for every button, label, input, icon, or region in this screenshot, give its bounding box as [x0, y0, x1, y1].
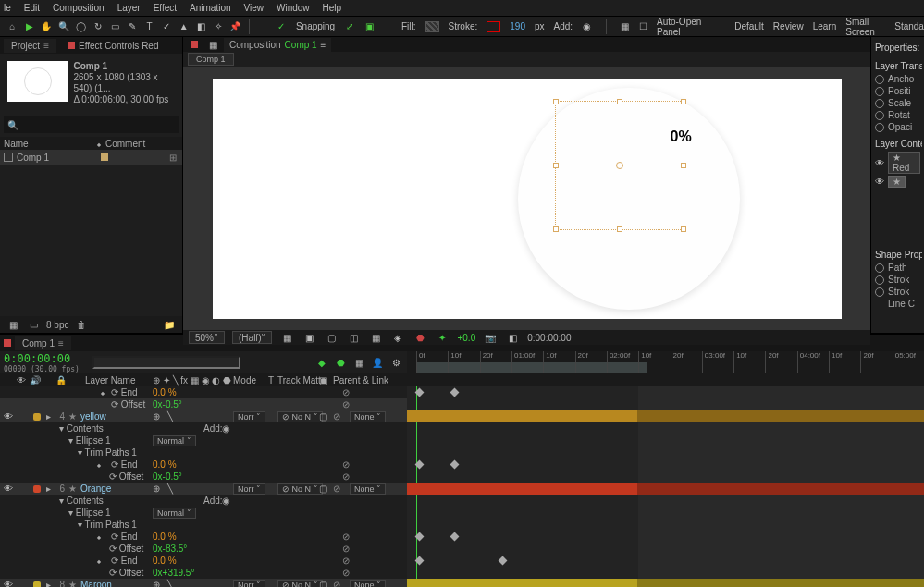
ruler-tick[interactable]: 10f	[733, 351, 765, 373]
keyframe[interactable]	[499, 556, 508, 566]
keyframe[interactable]	[415, 532, 425, 542]
bpc-label[interactable]: 8 bpc	[46, 320, 68, 330]
handle-mr[interactable]	[681, 163, 686, 168]
keyframe[interactable]	[415, 388, 425, 397]
label-swatch[interactable]	[33, 413, 41, 421]
ruler-tick[interactable]: 03:00f	[702, 351, 733, 373]
audio-column-icon[interactable]: 🔊	[30, 375, 41, 385]
mode-dropdown[interactable]: Norr ˅	[233, 411, 265, 422]
pen-icon[interactable]: ✎	[126, 19, 140, 34]
workspace-standard[interactable]: Standa	[894, 21, 924, 31]
comp-viewer-icon[interactable]: ▦	[205, 37, 220, 52]
prop-path[interactable]: Path	[873, 262, 922, 274]
lock-column-icon[interactable]: 🔒	[55, 375, 67, 385]
layer-transforms-section[interactable]: Layer Transfor	[873, 59, 922, 73]
ruler-tick[interactable]: 10f	[448, 351, 479, 373]
add-dropdown-icon[interactable]: ◉	[582, 19, 593, 34]
parent-dropdown[interactable]: None ˅	[350, 580, 386, 588]
prop-scale[interactable]: Scale	[873, 97, 922, 109]
ruler-tick[interactable]: 20f	[765, 351, 796, 373]
workspace-review[interactable]: Review	[773, 21, 804, 31]
trash-icon[interactable]: 🗑	[74, 317, 89, 332]
timeline-tab[interactable]: Comp 1≡	[15, 336, 71, 350]
keyframe[interactable]	[450, 388, 460, 397]
menu-window[interactable]: Window	[277, 3, 310, 13]
handle-br[interactable]	[681, 226, 686, 232]
brush-icon[interactable]: ✓	[160, 19, 174, 34]
hand-icon[interactable]: ✋	[40, 19, 54, 34]
eye-icon[interactable]: 👁	[875, 177, 884, 187]
eraser-icon[interactable]: ◧	[194, 19, 208, 34]
pickwhip-icon[interactable]: ⊘	[333, 411, 340, 422]
ruler-tick[interactable]: 20f	[671, 351, 702, 373]
grid-icon[interactable]: ▦	[368, 330, 383, 345]
ruler-tick[interactable]: 0f	[416, 351, 448, 373]
guide-icon[interactable]: ◈	[390, 330, 405, 345]
matte-dropdown[interactable]: ⊘ No N ˅	[277, 483, 323, 495]
stroke-width[interactable]: 190	[510, 21, 525, 31]
matte-icon[interactable]: ▣	[319, 375, 327, 385]
selection-box[interactable]	[555, 101, 684, 230]
menu-file[interactable]: le	[4, 3, 11, 13]
panel-menu-icon[interactable]: ≡	[43, 41, 49, 51]
snap-opt1-icon[interactable]: ⤢	[344, 19, 355, 34]
handle-tc[interactable]	[617, 99, 622, 104]
shape-properties-section[interactable]: Shape Properti	[873, 248, 922, 262]
matte-dropdown[interactable]: ⊘ No N ˅	[277, 411, 323, 422]
menu-view[interactable]: View	[244, 3, 265, 13]
mb-icon[interactable]: ⬣	[333, 355, 348, 370]
fill-swatch[interactable]	[425, 21, 439, 32]
prop-rotation[interactable]: Rotat	[873, 109, 922, 121]
prop-anchor[interactable]: Ancho	[873, 73, 922, 85]
fx-icon[interactable]: ⚙	[388, 355, 403, 370]
prop-line-cap[interactable]: Line C	[873, 298, 922, 310]
roi-icon[interactable]: ◫	[346, 330, 361, 345]
matte-dropdown[interactable]: ⊘ No N ˅	[277, 580, 323, 588]
rect-icon[interactable]: ▭	[108, 19, 122, 34]
blend-mode-dropdown[interactable]: Normal ˅	[153, 435, 196, 446]
orbit-icon[interactable]: ◯	[74, 19, 88, 34]
layer-name-column[interactable]: Layer Name	[85, 375, 150, 385]
label-swatch[interactable]	[101, 153, 108, 161]
workspace-learn[interactable]: Learn	[813, 21, 837, 31]
resolution-dropdown[interactable]: (Half) ˅	[232, 331, 272, 344]
transparency-icon[interactable]: ▣	[302, 330, 316, 345]
mode-column[interactable]: Mode	[233, 375, 256, 385]
prop-position[interactable]: Positi	[873, 85, 922, 97]
panel-menu-icon[interactable]: ≡	[321, 40, 326, 50]
ruler-tick[interactable]: 20f	[575, 351, 607, 373]
eye-icon[interactable]: 👁	[4, 411, 13, 422]
type-icon[interactable]: T	[142, 19, 156, 34]
roto-icon[interactable]: ✧	[211, 19, 225, 34]
panel-grid-icon[interactable]: ▦	[619, 19, 630, 34]
menu-composition[interactable]: Composition	[53, 3, 105, 13]
home-icon[interactable]: ⌂	[6, 19, 19, 34]
canvas[interactable]: 0%	[213, 79, 842, 319]
snapping-check[interactable]: ✓	[276, 19, 287, 34]
stamp-icon[interactable]: ▲	[177, 19, 191, 34]
stopwatch-icon[interactable]	[875, 275, 884, 285]
menu-layer[interactable]: Layer	[117, 3, 141, 13]
workspace-default[interactable]: Default	[734, 21, 764, 31]
auto-open-check[interactable]: ☐	[639, 21, 647, 31]
timecode[interactable]: 0:00:00:00	[4, 352, 80, 365]
add-menu-icon[interactable]: ◉	[222, 495, 230, 506]
handle-tr[interactable]	[681, 99, 686, 104]
parent-column[interactable]: Parent & Link	[333, 375, 388, 385]
ruler-tick[interactable]: 20f	[860, 351, 892, 373]
show-snapshot-icon[interactable]: ◧	[505, 330, 520, 345]
ruler-tick[interactable]: 02:00f	[607, 351, 638, 373]
stopwatch-icon[interactable]	[875, 123, 884, 132]
name-column[interactable]: Name	[4, 139, 96, 149]
prop-stroke-color[interactable]: Strok	[873, 274, 922, 286]
parent-dropdown[interactable]: None ˅	[350, 483, 386, 495]
pickwhip-icon[interactable]: ⊘	[333, 483, 340, 494]
bpc-icon[interactable]: ▭	[26, 317, 41, 332]
handle-bc[interactable]	[617, 226, 622, 232]
viewer[interactable]: 0%	[183, 67, 870, 330]
keyframe-nav-icon[interactable]: ⬥	[96, 459, 102, 470]
handle-tl[interactable]	[553, 99, 559, 104]
zoom-icon[interactable]: 🔍	[57, 19, 71, 34]
handle-ml[interactable]	[553, 163, 559, 168]
flowchart-icon[interactable]: ⊞	[169, 153, 177, 163]
